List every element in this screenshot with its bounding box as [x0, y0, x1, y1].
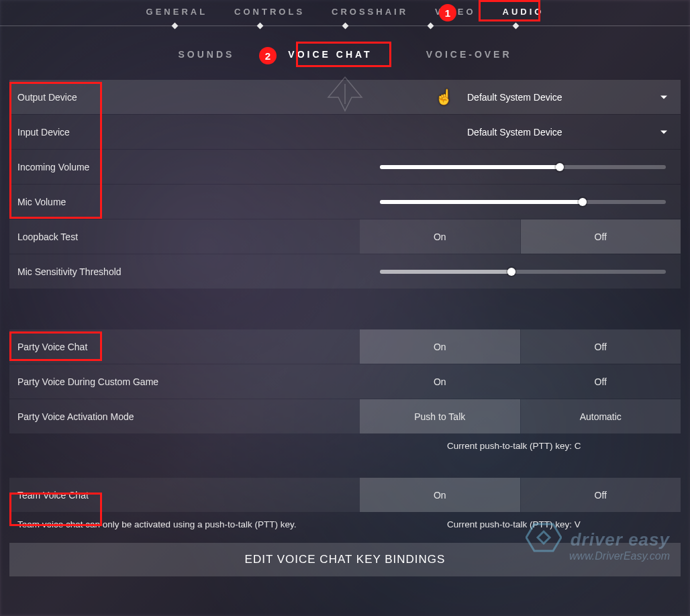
text-team-ptt-key: Current push-to-talk (PTT) key: V	[380, 519, 673, 529]
slider-mic-volume[interactable]	[380, 200, 666, 204]
label-loopback-test: Loopback Test	[17, 232, 360, 242]
tab-crosshair[interactable]: CROSSHAIR	[332, 7, 408, 17]
row-party-voice-chat: Party Voice Chat On Off	[9, 329, 681, 364]
toggle-activation-ptt[interactable]: Push to Talk	[360, 399, 520, 433]
toggle-team-voice-off[interactable]: Off	[521, 478, 681, 512]
sub-nav: SOUNDS VOICE CHAT VOICE-OVER	[0, 26, 690, 80]
row-party-activation: Party Voice Activation Mode Push to Talk…	[9, 399, 681, 433]
row-loopback-test: Loopback Test On Off	[9, 219, 681, 254]
subtab-sounds[interactable]: SOUNDS	[171, 46, 241, 62]
annotation-badge-1: 1	[439, 4, 456, 21]
tab-controls[interactable]: CONTROLS	[234, 7, 305, 17]
toggle-party-voice-off[interactable]: Off	[521, 329, 681, 364]
edit-key-bindings-button[interactable]: EDIT VOICE CHAT KEY BINDINGS	[9, 543, 681, 576]
tab-audio[interactable]: AUDIO	[503, 7, 544, 17]
row-team-voice-chat: Team Voice Chat On Off	[9, 478, 681, 512]
helper-party-ptt: Current push-to-talk (PTT) key: C	[9, 434, 681, 451]
toggle-loopback-on[interactable]: On	[360, 219, 520, 254]
toggle-loopback-off[interactable]: Off	[521, 219, 681, 254]
slider-mic-sensitivity[interactable]	[380, 270, 666, 274]
label-party-voice-chat: Party Voice Chat	[17, 342, 360, 352]
row-party-voice-custom: Party Voice During Custom Game On Off	[9, 364, 681, 399]
chevron-down-icon	[660, 95, 667, 99]
label-output-device: Output Device	[17, 92, 360, 103]
row-output-device: Output Device Default System Device	[9, 80, 681, 114]
tab-general[interactable]: GENERAL	[146, 7, 208, 17]
label-mic-sensitivity: Mic Sensitivity Threshold	[17, 266, 360, 277]
dropdown-output-device[interactable]: Default System Device	[360, 92, 673, 103]
row-incoming-volume: Incoming Volume	[9, 150, 681, 184]
helper-team-voice: Team voice chat can only be activated us…	[9, 513, 681, 529]
annotation-badge-2: 2	[259, 47, 277, 64]
row-mic-volume: Mic Volume	[9, 185, 681, 219]
toggle-activation-automatic[interactable]: Automatic	[521, 399, 681, 433]
row-mic-sensitivity: Mic Sensitivity Threshold	[9, 254, 681, 289]
label-mic-volume: Mic Volume	[17, 197, 360, 207]
row-input-device: Input Device Default System Device	[9, 115, 681, 149]
label-team-voice-chat: Team Voice Chat	[17, 490, 360, 501]
dropdown-output-device-value: Default System Device	[467, 92, 562, 103]
toggle-party-custom-on[interactable]: On	[360, 364, 520, 399]
subtab-voice-chat[interactable]: VOICE CHAT	[281, 46, 379, 62]
dropdown-input-device-value: Default System Device	[467, 127, 562, 138]
label-party-voice-custom: Party Voice During Custom Game	[17, 376, 360, 387]
label-party-activation: Party Voice Activation Mode	[17, 411, 360, 422]
chevron-down-icon	[660, 130, 667, 134]
top-nav: GENERAL CONTROLS CROSSHAIR VIDEO AUDIO	[0, 0, 690, 26]
text-team-voice-note: Team voice chat can only be activated us…	[17, 519, 380, 529]
label-incoming-volume: Incoming Volume	[17, 162, 360, 172]
slider-incoming-volume[interactable]	[380, 165, 666, 169]
dropdown-input-device[interactable]: Default System Device	[360, 127, 673, 138]
toggle-team-voice-on[interactable]: On	[360, 478, 520, 512]
toggle-party-custom-off[interactable]: Off	[521, 364, 681, 399]
subtab-voice-over[interactable]: VOICE-OVER	[420, 46, 519, 62]
text-party-ptt-key: Current push-to-talk (PTT) key: C	[380, 441, 673, 451]
toggle-party-voice-on[interactable]: On	[360, 329, 520, 364]
label-input-device: Input Device	[17, 127, 360, 138]
